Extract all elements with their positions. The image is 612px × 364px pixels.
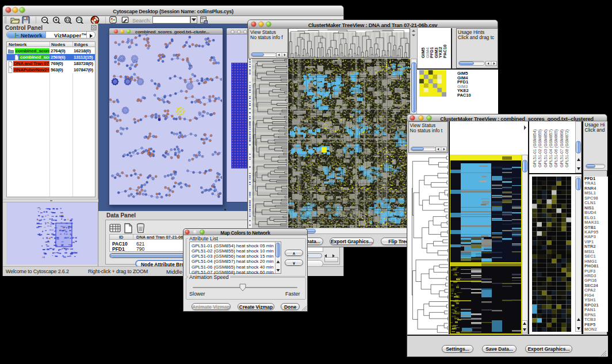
- svg-text:1:1: 1:1: [77, 18, 81, 21]
